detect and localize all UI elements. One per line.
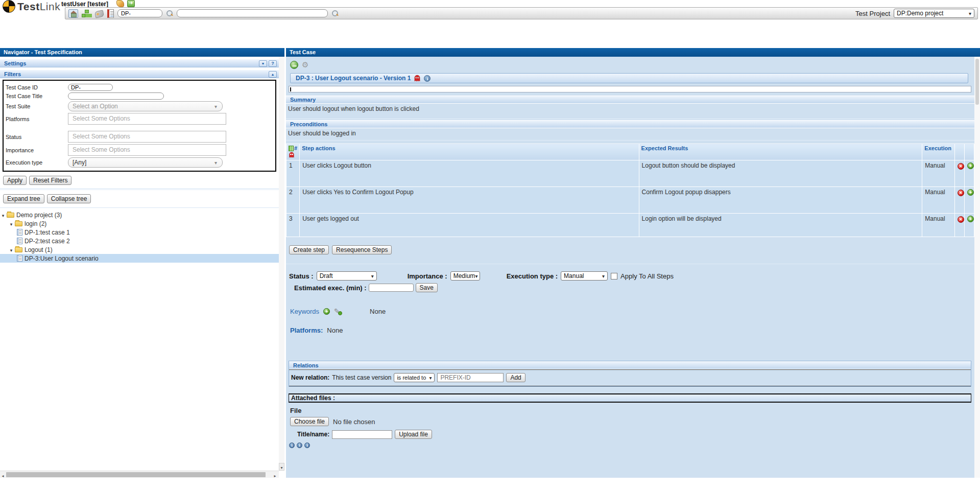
filters-collapse-icon[interactable] [269, 71, 277, 78]
step-expected-cell[interactable]: Logout button should be displayed [639, 160, 922, 187]
test-project-select[interactable]: DP:Demo project [894, 9, 974, 18]
edit-keywords-icon[interactable] [334, 308, 342, 315]
testcase-header-bar: DP-3 : User Logout scenario - Version 1 [290, 73, 968, 83]
apply-to-all-steps-checkbox[interactable] [611, 273, 617, 280]
step-action-cell[interactable]: User clicks Logout button [300, 160, 639, 187]
importance-multiselect[interactable]: Select Some Options [68, 144, 226, 156]
importance-select[interactable]: Medium [450, 271, 480, 281]
title-name-input[interactable] [332, 430, 392, 439]
upload-file-button[interactable]: Upload file [395, 430, 432, 439]
step-action-cell[interactable]: User clicks Yes to Confirm Logout Popup [300, 187, 639, 214]
settings-toggle-icon[interactable] [259, 60, 267, 67]
scrollbar-thumb[interactable] [975, 59, 979, 105]
execution-type-select[interactable]: Manual [561, 271, 608, 281]
add-step-icon[interactable] [967, 189, 974, 196]
status-select[interactable]: Draft [317, 271, 377, 281]
ghost-icon [289, 152, 295, 158]
step-action-cell[interactable]: User gets logged out [300, 214, 639, 237]
tree-node-suite[interactable]: Logout (1) [0, 245, 279, 254]
info-icon[interactable] [304, 443, 310, 448]
execution-type-select[interactable]: [Any] [68, 157, 223, 168]
step-delete-cell [954, 187, 964, 214]
info-icon[interactable] [289, 443, 295, 448]
test-spec-tree: Demo project (3) login (2) DP-1:test cas… [0, 207, 279, 263]
expander-icon[interactable] [0, 212, 6, 219]
gear-icon[interactable] [302, 61, 308, 69]
step-execution-cell: Manual [922, 187, 954, 214]
search-id-icon[interactable] [166, 10, 173, 17]
tree-node-testcase[interactable]: DP-1:test case 1 [0, 228, 279, 237]
scrollbar-thumb[interactable] [6, 472, 266, 477]
relation-type-select[interactable]: is related to [394, 373, 435, 382]
step-expected-cell[interactable]: Login option will be displayed [639, 214, 922, 237]
chevron-down-icon [429, 375, 432, 381]
importance-label: Importance [6, 147, 68, 153]
execution-type-label: Execution type [6, 159, 68, 166]
resequence-steps-button[interactable]: Resequence Steps [332, 245, 392, 254]
testcase-vertical-scrollbar[interactable] [974, 57, 980, 478]
steps-header-row: # Step actions Expected Results Executio… [286, 144, 974, 160]
tree-node-suite[interactable]: login (2) [0, 219, 279, 228]
delete-step-icon[interactable] [958, 190, 964, 196]
scroll-down-icon[interactable] [279, 463, 284, 471]
help-icon[interactable]: ? [269, 60, 277, 67]
scroll-right-icon[interactable] [272, 472, 278, 478]
add-step-icon[interactable] [967, 162, 974, 169]
test-suite-value: Select an Option [73, 103, 118, 110]
expander-icon[interactable] [8, 246, 14, 253]
choose-file-button[interactable]: Choose file [290, 417, 329, 426]
logout-icon[interactable] [127, 0, 135, 7]
platforms-multiselect[interactable]: Select Some Options [68, 113, 226, 125]
info-icon[interactable] [424, 75, 431, 82]
preconditions-section-bar: Preconditions [286, 120, 974, 128]
delete-step-icon[interactable] [958, 216, 964, 223]
save-button[interactable]: Save [416, 283, 438, 292]
test-suite-select[interactable]: Select an Option [68, 101, 223, 111]
estimated-exec-input[interactable] [369, 284, 414, 292]
navigator-vertical-scrollbar[interactable] [279, 57, 284, 471]
attached-files-bar: Attached files : [289, 393, 971, 403]
tree-node-testcase-selected[interactable]: DP-3:User Logout scenario [0, 254, 279, 263]
step-actions-header: Step actions [300, 144, 639, 160]
keywords-label[interactable]: Keywords [290, 308, 319, 315]
add-step-icon[interactable] [967, 216, 974, 222]
testcase-icon [17, 238, 22, 244]
settings-section-bar[interactable]: Settings ? [0, 59, 279, 67]
notebook-icon[interactable] [107, 9, 114, 18]
test-case-title-input[interactable] [68, 92, 164, 100]
status-multiselect[interactable]: Select Some Options [68, 131, 226, 143]
navigator-title: Navigator - Test Specification [0, 48, 284, 57]
search-text-icon[interactable] [331, 10, 339, 17]
ghost-icon[interactable] [414, 75, 421, 82]
delete-step-icon[interactable] [958, 163, 964, 170]
navigator-horizontal-scrollbar[interactable] [0, 471, 279, 478]
tree-node-project[interactable]: Demo project (3) [0, 211, 279, 219]
importance-value: Medium [453, 272, 475, 280]
test-case-title-label: Test Case Title [6, 93, 68, 99]
globe-icon[interactable] [290, 61, 298, 69]
tree-node-testcase[interactable]: DP-2:test case 2 [0, 237, 279, 245]
global-search-input[interactable] [177, 9, 328, 17]
reset-filters-button[interactable]: Reset Filters [29, 176, 71, 185]
tools-icon[interactable] [94, 10, 104, 18]
collapse-tree-button[interactable]: Collapse tree [47, 194, 91, 203]
expander-icon[interactable] [8, 220, 14, 227]
test-project-value: DP:Demo project [897, 10, 943, 17]
test-case-id-input[interactable] [68, 84, 113, 91]
info-icon[interactable] [297, 443, 302, 448]
scroll-left-icon[interactable] [0, 472, 6, 478]
apply-button[interactable]: Apply [3, 176, 27, 185]
status-label: Status [6, 134, 68, 140]
expand-tree-button[interactable]: Expand tree [3, 194, 44, 203]
relation-target-input[interactable] [437, 373, 504, 382]
account-settings-icon[interactable] [116, 0, 124, 7]
create-step-button[interactable]: Create step [289, 245, 329, 254]
testcase-id-search-input[interactable] [117, 9, 162, 17]
step-expected-cell[interactable]: Confirm Logout popup disappers [639, 187, 922, 214]
step-row: 2 User clicks Yes to Confirm Logout Popu… [286, 187, 974, 214]
add-keyword-icon[interactable] [323, 308, 330, 315]
sitemap-icon[interactable] [82, 9, 91, 18]
add-relation-button[interactable]: Add [506, 373, 525, 382]
home-icon[interactable] [68, 9, 78, 18]
filters-section-bar[interactable]: Filters [0, 69, 279, 78]
